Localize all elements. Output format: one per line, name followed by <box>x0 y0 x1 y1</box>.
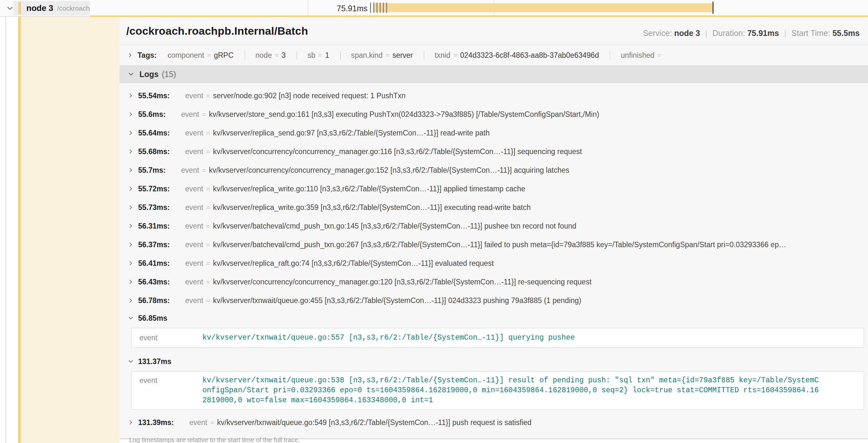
log-timestamp: 56.41ms: <box>138 259 169 268</box>
chevron-down-icon[interactable] <box>6 5 13 12</box>
trace-detail-page: node 3 /cockroach.roach… 75.91ms /cockro… <box>0 0 868 443</box>
chevron-right-icon <box>128 149 134 155</box>
chevron-down-icon <box>128 71 134 77</box>
logs-section: Logs (15) 55.54ms: event=server/node.go:… <box>120 65 868 443</box>
log-timestamp: 55.6ms: <box>138 110 166 119</box>
service-value: node 3 <box>674 29 700 38</box>
log-timestamp: 131.39ms: <box>138 418 174 427</box>
tag-item: node=3 <box>245 51 286 60</box>
log-event: event=kv/kvserver/replica_raft.go:74 [n3… <box>185 259 494 268</box>
start-time-label: Start Time: <box>791 29 830 38</box>
log-row[interactable]: 55.64ms: event=kv/kvserver/replica_send.… <box>120 124 868 142</box>
chevron-right-icon <box>128 111 134 117</box>
tag-item: span.kind=server <box>340 51 413 60</box>
tag-item: component=gRPC <box>168 51 234 60</box>
chevron-right-icon <box>128 223 134 229</box>
log-timestamp: 56.43ms: <box>138 278 169 286</box>
log-event: event=kv/kvserver/replica_write.go:359 [… <box>185 203 531 212</box>
span-operation-name: /cockroach.roach… <box>57 4 90 12</box>
log-event: event=kv/kvserver/store_send.go:161 [n3,… <box>181 110 599 119</box>
log-row[interactable]: 131.39ms: event=kv/kvserver/txnwait/queu… <box>120 413 868 432</box>
left-rail-divider <box>5 0 6 443</box>
span-color-accent <box>18 1 21 443</box>
chevron-right-icon <box>128 186 134 192</box>
log-event: event=kv/kvserver/txnwait/queue.go:455 [… <box>185 296 581 305</box>
log-row[interactable]: 55.72ms: event=kv/kvserver/replica_write… <box>120 179 868 198</box>
tag-item: unfinished= <box>610 51 664 60</box>
tags-toggle-row[interactable]: Tags: component=gRPC node=3 sb=1 span.ki… <box>120 45 868 65</box>
span-timeline-row: node 3 /cockroach.roach… 75.91ms <box>0 0 868 17</box>
log-row[interactable]: 55.54ms: event=server/node.go:902 [n3] n… <box>120 87 868 105</box>
logs-header-bar[interactable]: Logs (15) <box>120 65 868 83</box>
log-tick-mark-end <box>713 2 713 14</box>
log-entry-expanded: 131.37ms event kv/kvserver/txnwait/queue… <box>120 353 868 410</box>
tag-item: txnid=024d3323-6c8f-4863-aa8b-37ab0e6349… <box>424 51 599 60</box>
log-timestamp: 55.7ms: <box>138 166 166 175</box>
log-field-key: event <box>132 333 203 343</box>
chevron-right-icon <box>128 260 134 266</box>
log-field-row: event kv/kvserver/txnwait/queue.go:538 [… <box>132 372 864 409</box>
log-event: event=kv/kvserver/batcheval/cmd_push_txn… <box>185 240 786 249</box>
logs-title: Logs <box>140 70 159 79</box>
log-row[interactable]: 56.31ms: event=kv/kvserver/batcheval/cmd… <box>120 217 868 235</box>
span-detail-panel: /cockroach.roachpb.Internal/Batch Servic… <box>120 17 868 439</box>
log-event: event=server/node.go:902 [n3] node recei… <box>185 92 405 100</box>
span-tab-accent <box>18 2 21 14</box>
log-row[interactable]: 55.73ms: event=kv/kvserver/replica_write… <box>120 198 868 217</box>
start-time-value: 55.5ms <box>832 29 860 38</box>
chevron-right-icon <box>128 130 134 136</box>
log-timestamp: 55.72ms: <box>138 184 169 193</box>
log-event: event=kv/kvserver/concurrency/concurrenc… <box>185 147 582 156</box>
log-row-expanded-header[interactable]: 56.85ms <box>120 310 868 327</box>
log-timestamp: 56.31ms: <box>138 222 169 231</box>
log-event: event=kv/kvserver/replica_write.go:110 [… <box>185 184 525 193</box>
log-timestamp: 56.85ms <box>138 314 167 322</box>
log-row[interactable]: 55.68ms: event=kv/kvserver/concurrency/c… <box>120 142 868 161</box>
logs-footer-note: Log timestamps are relative to the start… <box>120 432 868 443</box>
tag-item: sb=1 <box>297 51 329 60</box>
chevron-right-icon <box>128 167 134 173</box>
span-overview: Service: node 3|Duration: 75.91ms|Start … <box>643 29 860 38</box>
log-field-value: kv/kvserver/txnwait/queue.go:557 [n3,s3,… <box>203 333 575 343</box>
log-row-expanded-header[interactable]: 131.37ms <box>120 353 868 370</box>
topbar-divider <box>0 16 90 17</box>
chevron-right-icon <box>127 52 133 58</box>
log-event: event=kv/kvserver/replica_send.go:97 [n3… <box>185 129 490 137</box>
log-entry-expanded: 56.85ms event kv/kvserver/txnwait/queue.… <box>120 310 868 348</box>
chevron-right-icon <box>128 93 134 99</box>
span-detail-header: /cockroach.roachpb.Internal/Batch Servic… <box>120 17 868 45</box>
log-timestamp: 55.73ms: <box>138 203 169 212</box>
log-event: event=kv/kvserver/concurrency/concurrenc… <box>181 166 569 175</box>
span-name-tab[interactable]: node 3 /cockroach.roach… <box>13 1 90 15</box>
chevron-right-icon <box>128 298 134 303</box>
log-timestamp: 55.68ms: <box>138 147 169 156</box>
log-row[interactable]: 56.41ms: event=kv/kvserver/replica_raft.… <box>120 254 868 273</box>
span-duration-label: 75.91ms <box>299 0 368 17</box>
chevron-down-icon <box>128 315 134 321</box>
chevron-right-icon <box>128 419 134 425</box>
log-row[interactable]: 56.43ms: event=kv/kvserver/concurrency/c… <box>120 273 868 291</box>
log-row[interactable]: 56.37ms: event=kv/kvserver/batcheval/cmd… <box>120 235 868 254</box>
log-row[interactable]: 55.6ms: event=kv/kvserver/store_send.go:… <box>120 105 868 124</box>
log-event: event=kv/kvserver/batcheval/cmd_push_txn… <box>185 222 576 231</box>
logs-count: (15) <box>162 70 176 79</box>
log-timestamp: 55.64ms: <box>138 129 169 137</box>
log-timestamp: 55.54ms: <box>138 92 169 100</box>
chevron-down-icon <box>128 359 134 364</box>
chevron-right-icon <box>128 204 134 210</box>
selected-span-highlight-column <box>21 17 120 443</box>
span-service-name: node 3 <box>26 3 53 13</box>
duration-value: 75.91ms <box>747 29 779 38</box>
log-fields-table: event kv/kvserver/txnwait/queue.go:557 [… <box>131 328 864 348</box>
duration-label: Duration: <box>713 29 745 38</box>
log-field-row: event kv/kvserver/txnwait/queue.go:557 [… <box>132 329 864 347</box>
log-row[interactable]: 55.7ms: event=kv/kvserver/concurrency/co… <box>120 161 868 179</box>
log-timestamp: 131.37ms <box>138 357 172 366</box>
span-duration-bar[interactable] <box>374 3 714 12</box>
log-timestamp: 56.37ms: <box>138 240 169 249</box>
log-field-value: kv/kvserver/txnwait/queue.go:538 [n3,s3,… <box>203 376 819 405</box>
log-timestamp: 56.78ms: <box>138 296 169 305</box>
log-fields-table: event kv/kvserver/txnwait/queue.go:538 [… <box>131 371 864 410</box>
logs-list: 55.54ms: event=server/node.go:902 [n3] n… <box>120 83 868 443</box>
log-row[interactable]: 56.78ms: event=kv/kvserver/txnwait/queue… <box>120 291 868 310</box>
